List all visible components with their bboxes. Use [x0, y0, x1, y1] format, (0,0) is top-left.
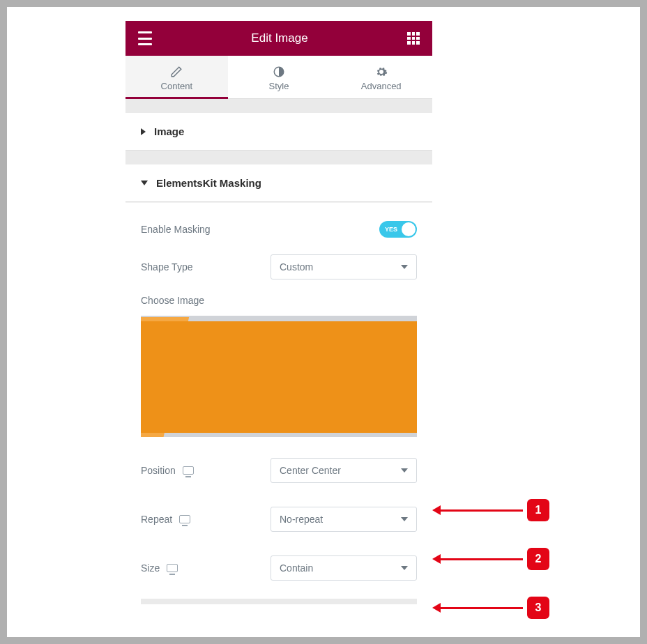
- section-title: ElementsKit Masking: [156, 177, 261, 189]
- enable-masking-label: Enable Masking: [141, 224, 211, 235]
- panel-title: Edit Image: [251, 31, 307, 45]
- tab-label: Style: [269, 81, 289, 91]
- toggle-state: YES: [385, 226, 397, 233]
- toggle-knob: [402, 222, 416, 236]
- row-size: Size Contain: [141, 547, 417, 589]
- annotation-3: 3: [439, 597, 549, 619]
- panel-header: Edit Image: [125, 21, 432, 56]
- annotation-badge: 3: [527, 597, 549, 619]
- size-label: Size: [141, 562, 178, 574]
- arrow-icon: [439, 607, 523, 609]
- caret-down-icon: [141, 181, 148, 185]
- tab-style[interactable]: Style: [228, 56, 330, 98]
- chevron-down-icon: [401, 566, 408, 570]
- gear-icon: [375, 66, 388, 78]
- position-label: Position: [141, 465, 194, 476]
- row-shape-type: Shape Type Custom: [141, 246, 417, 288]
- annotation-badge: 2: [527, 548, 549, 570]
- row-repeat: Repeat No-repeat: [141, 498, 417, 540]
- chevron-down-icon: [401, 265, 408, 269]
- section-masking[interactable]: ElementsKit Masking: [125, 164, 432, 202]
- caret-right-icon: [141, 128, 146, 135]
- pencil-icon: [170, 66, 183, 78]
- repeat-select[interactable]: No-repeat: [271, 507, 417, 532]
- tab-label: Advanced: [361, 81, 402, 91]
- spacer: [125, 151, 432, 164]
- select-value: Custom: [280, 261, 313, 273]
- editor-panel: Edit Image Content Style Advanced Image: [125, 21, 432, 621]
- choose-image-label: Choose Image: [141, 288, 417, 316]
- annotation-1: 1: [439, 499, 549, 521]
- row-position: Position Center Center: [141, 450, 417, 491]
- mask-shape: [141, 321, 417, 433]
- widgets-icon[interactable]: [407, 32, 420, 45]
- contrast-icon: [273, 66, 285, 78]
- tab-advanced[interactable]: Advanced: [330, 56, 432, 98]
- arrow-icon: [439, 509, 523, 512]
- repeat-label: Repeat: [141, 514, 190, 525]
- shape-type-select[interactable]: Custom: [271, 254, 417, 279]
- row-enable-masking: Enable Masking YES: [141, 213, 417, 246]
- spacer: [141, 599, 417, 604]
- responsive-icon[interactable]: [183, 466, 194, 475]
- select-value: Center Center: [280, 465, 341, 476]
- size-select[interactable]: Contain: [271, 555, 417, 581]
- section-title: Image: [154, 125, 184, 137]
- annotation-2: 2: [439, 548, 549, 570]
- responsive-icon[interactable]: [167, 564, 178, 572]
- tab-label: Content: [161, 81, 193, 91]
- image-preview[interactable]: [141, 316, 417, 437]
- position-select[interactable]: Center Center: [271, 458, 417, 483]
- tab-content[interactable]: Content: [125, 56, 228, 98]
- responsive-icon[interactable]: [179, 515, 190, 523]
- chevron-down-icon: [401, 517, 408, 521]
- select-value: Contain: [280, 562, 313, 574]
- shape-type-label: Shape Type: [141, 261, 192, 273]
- enable-masking-toggle[interactable]: YES: [379, 221, 417, 238]
- menu-icon[interactable]: [138, 31, 152, 45]
- chevron-down-icon: [401, 468, 408, 473]
- section-masking-body: Enable Masking YES Shape Type Custom Cho…: [125, 202, 432, 621]
- tabs: Content Style Advanced: [125, 56, 432, 99]
- arrow-icon: [439, 558, 523, 560]
- annotation-badge: 1: [527, 499, 549, 521]
- section-image[interactable]: Image: [125, 113, 432, 151]
- select-value: No-repeat: [280, 514, 323, 525]
- spacer: [125, 99, 432, 113]
